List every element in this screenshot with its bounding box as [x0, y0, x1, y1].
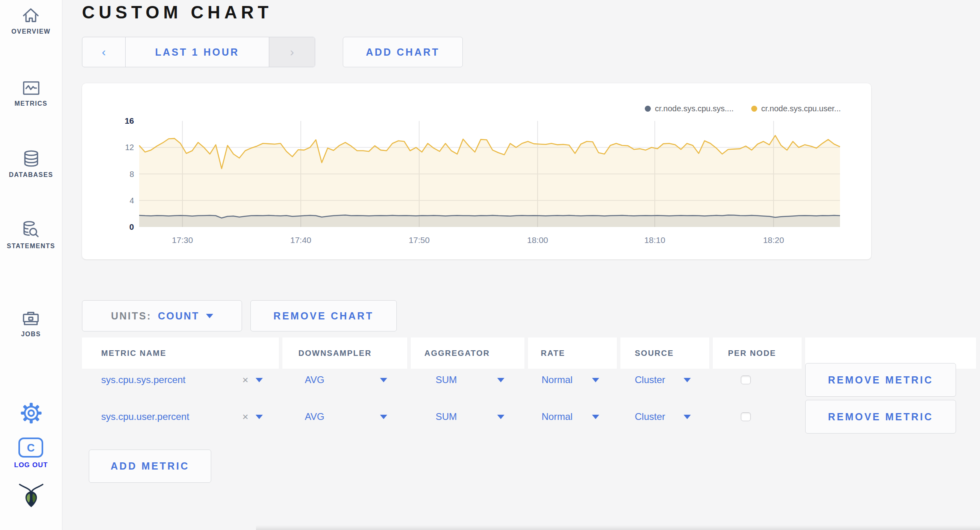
clear-metric-button[interactable]: × — [242, 374, 248, 386]
cockroach-c-icon: C — [18, 437, 44, 458]
downsampler-dropdown-cell: AVG — [282, 411, 407, 422]
legend-dot-icon — [751, 106, 757, 112]
remove-metric-button[interactable]: REMOVE METRIC — [805, 363, 956, 397]
databases-icon — [22, 150, 40, 167]
x-axis-tick: 17:50 — [409, 235, 430, 245]
metric-name-controls: × — [242, 374, 263, 386]
chevron-down-icon — [497, 378, 504, 382]
sidebar-item-jobs[interactable]: JOBS — [21, 310, 41, 338]
cockroachdb-logo[interactable] — [18, 483, 44, 509]
sidebar-item-label: JOBS — [21, 331, 41, 338]
settings-button[interactable] — [20, 402, 42, 426]
metric-name-value[interactable]: sys.cpu.user.percent — [101, 411, 189, 422]
aggregator-dropdown-cell: SUM — [411, 374, 524, 385]
per-node-checkbox[interactable] — [741, 375, 751, 384]
y-axis-tick: 4 — [130, 196, 134, 205]
aggregator-dropdown-cell: SUM — [411, 411, 524, 422]
downsampler-dropdown-value: AVG — [305, 411, 324, 422]
metric-select-caret-icon[interactable] — [256, 415, 263, 419]
aggregator-dropdown[interactable]: SUM — [411, 411, 524, 422]
sidebar-item-metrics[interactable]: METRICS — [14, 80, 48, 107]
source-dropdown-value: Cluster — [635, 374, 665, 385]
source-dropdown[interactable]: Cluster — [620, 374, 709, 385]
time-range-label[interactable]: LAST 1 HOUR — [126, 37, 269, 67]
aggregator-dropdown-value: SUM — [436, 411, 457, 422]
downsampler-dropdown-cell: AVG — [282, 374, 407, 385]
metrics-icon — [22, 80, 41, 96]
x-axis-tick: 18:00 — [527, 235, 548, 245]
chevron-down-icon — [684, 415, 691, 419]
chart-legend: cr.node.sys.cpu.sys....cr.node.sys.cpu.u… — [645, 104, 841, 113]
logout-button[interactable]: C LOG OUT — [14, 437, 48, 469]
rate-dropdown-value: Normal — [542, 411, 572, 422]
logout-label: LOG OUT — [14, 461, 48, 469]
sidebar-item-label: DATABASES — [9, 171, 53, 179]
downsampler-dropdown[interactable]: AVG — [282, 411, 407, 422]
units-value: COUNT — [158, 310, 200, 322]
y-axis-tick: 8 — [130, 170, 134, 179]
aggregator-dropdown[interactable]: SUM — [411, 374, 524, 385]
downsampler-dropdown-value: AVG — [305, 374, 324, 385]
metric-name-controls: × — [242, 411, 263, 423]
metric-name-cell: sys.cpu.user.percent× — [82, 411, 279, 423]
time-range-next-button[interactable]: › — [269, 37, 315, 67]
statements-icon — [21, 220, 40, 239]
per-node-checkbox[interactable] — [741, 412, 751, 421]
source-dropdown-cell: Cluster — [620, 411, 709, 422]
metric-table-row: sys.cpu.user.percent×AVGSUMNormalCluster… — [82, 398, 976, 435]
chevron-down-icon — [380, 378, 387, 382]
per-node-cell — [713, 412, 802, 421]
time-range-selector: ‹ LAST 1 HOUR › — [82, 37, 315, 67]
metric-name-value[interactable]: sys.cpu.sys.percent — [101, 374, 186, 385]
chevron-down-icon — [592, 415, 599, 419]
y-axis-tick: 16 — [125, 116, 134, 125]
x-axis-tick: 17:30 — [172, 235, 193, 245]
rate-dropdown[interactable]: Normal — [528, 411, 617, 422]
units-label: UNITS: — [111, 310, 151, 322]
chevron-down-icon — [684, 378, 691, 382]
remove-metric-cell: REMOVE METRIC — [805, 400, 976, 434]
rate-dropdown[interactable]: Normal — [528, 374, 617, 385]
svg-text:C: C — [27, 442, 35, 454]
source-dropdown-cell: Cluster — [620, 374, 709, 385]
chevron-left-icon: ‹ — [102, 45, 106, 59]
page-title: CUSTOM CHART — [82, 2, 272, 22]
chevron-down-icon — [592, 378, 599, 382]
add-chart-button[interactable]: ADD CHART — [343, 37, 463, 67]
aggregator-dropdown-value: SUM — [436, 374, 457, 385]
chevron-right-icon: › — [290, 45, 294, 59]
units-dropdown[interactable]: UNITS: COUNT — [82, 300, 242, 331]
metric-table-row: sys.cpu.sys.percent×AVGSUMNormalClusterR… — [82, 361, 976, 398]
remove-metric-button[interactable]: REMOVE METRIC — [805, 400, 956, 434]
time-range-prev-button[interactable]: ‹ — [82, 37, 126, 67]
sidebar-item-statements[interactable]: STATEMENTS — [7, 220, 55, 250]
rate-dropdown-cell: Normal — [528, 374, 617, 385]
legend-item[interactable]: cr.node.sys.cpu.sys.... — [645, 104, 734, 113]
sidebar-item-databases[interactable]: DATABASES — [9, 150, 53, 179]
sidebar-item-label: STATEMENTS — [7, 243, 55, 250]
downsampler-dropdown[interactable]: AVG — [282, 374, 407, 385]
legend-item[interactable]: cr.node.sys.cpu.user... — [751, 104, 841, 113]
chevron-down-icon — [206, 314, 213, 318]
chevron-down-icon — [380, 415, 387, 419]
chart-card: cr.node.sys.cpu.sys....cr.node.sys.cpu.u… — [82, 83, 871, 259]
x-axis-tick: 17:40 — [290, 235, 312, 245]
remove-chart-button[interactable]: REMOVE CHART — [250, 300, 397, 331]
per-node-cell — [713, 375, 802, 384]
source-dropdown[interactable]: Cluster — [620, 411, 709, 422]
rate-dropdown-value: Normal — [542, 374, 572, 385]
bottom-shadow — [256, 525, 980, 530]
jobs-icon — [22, 310, 40, 327]
metric-table-rows: sys.cpu.sys.percent×AVGSUMNormalClusterR… — [82, 361, 976, 435]
clear-metric-button[interactable]: × — [242, 411, 248, 423]
y-axis-tick: 0 — [129, 222, 134, 231]
x-axis-tick: 18:20 — [763, 235, 784, 245]
remove-metric-cell: REMOVE METRIC — [805, 363, 976, 397]
legend-label: cr.node.sys.cpu.sys.... — [655, 104, 734, 113]
sidebar-item-label: METRICS — [14, 100, 48, 107]
add-metric-button[interactable]: ADD METRIC — [89, 450, 211, 483]
sidebar: OVERVIEW METRICS DATABASES STATEMENTS — [0, 0, 62, 530]
home-icon — [21, 6, 40, 24]
metric-select-caret-icon[interactable] — [256, 378, 263, 382]
sidebar-item-overview[interactable]: OVERVIEW — [12, 6, 51, 35]
